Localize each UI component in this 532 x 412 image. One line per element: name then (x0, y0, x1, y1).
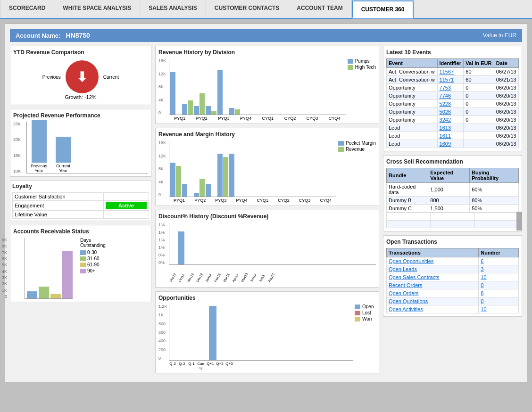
nav-customer-360[interactable]: CUSTOMER 360 (352, 0, 414, 18)
events-cell-date: 06/20/13 (494, 108, 518, 116)
events-cell-date: 06/21/13 (494, 76, 518, 84)
down-arrow-icon: ⬇ (76, 69, 87, 85)
cross-cell-prob: 50% (470, 205, 519, 213)
discount-section: Discount% History (Discount %Revenue) 1%… (155, 210, 379, 288)
events-cell-val: 60 (464, 68, 494, 76)
events-cell-val: 0 (464, 84, 494, 92)
ytd-container: Previous ⬇ Current Growth: -12% (13, 58, 148, 102)
ytd-title: YTD Revenue Comparison (13, 49, 148, 56)
events-title: Latest 10 Events (386, 49, 519, 56)
cross-sell-table: Bundle Expected Value Buying Probability… (386, 168, 519, 213)
content-grid: YTD Revenue Comparison Previous ⬇ Curren… (10, 46, 522, 377)
loyalty-label-engagement: Engagement (13, 201, 104, 211)
cross-cell-expected: 1,000 (428, 183, 470, 197)
events-section: Latest 10 Events Event Identifier Val in… (383, 46, 522, 151)
nav-scorecard[interactable]: SCORECARD (0, 0, 54, 18)
cross-cell-bundle: Dummy B (387, 197, 428, 205)
events-cell-id: 1611 (437, 132, 464, 140)
nav-customer-contacts[interactable]: CUSTOMER CONTACTS (206, 0, 289, 18)
events-cell-date: 06/20/13 (494, 132, 518, 140)
trans-cell-number: 3 (479, 265, 519, 273)
account-label: Account Name: (16, 32, 60, 39)
cross-cell-bundle: Dummy C (387, 205, 428, 213)
projected-section: Projected Revenue Performance 25K 20K 15… (10, 109, 151, 177)
events-cell-val: 0 (464, 108, 494, 116)
ar-bar-0-30 (27, 291, 37, 298)
events-cell-val: 0 (464, 116, 494, 124)
trans-row-1: Open Leads 3 (387, 265, 519, 273)
trans-col-label: Transactions (387, 248, 479, 257)
loyalty-title: Loyalty (12, 183, 149, 190)
events-row-4: Opportunity 5228 0 06/20/13 (387, 100, 519, 108)
loyalty-value-engagement: Active (103, 201, 149, 211)
nav-sales-analysis[interactable]: SALES ANALYSIS (140, 0, 206, 18)
trans-cell-label: Open Opportunities (387, 257, 479, 265)
cross-col-prob: Buying Probability (470, 168, 519, 183)
trans-cell-label: Open Quotations (387, 297, 479, 305)
proj-bar-curr: CurrentYear (56, 137, 71, 173)
ar-section: Accounts Receivable Status 9K8K7K6K5K4K3… (10, 225, 151, 302)
projected-title: Projected Revenue Performance (13, 112, 148, 119)
main-container: Account Name: HN8750 Value in EUR YTD Re… (5, 24, 527, 382)
scrollbar[interactable] (516, 212, 522, 231)
ar-bar-90plus (62, 251, 73, 298)
events-cell-date: 06/27/13 (494, 68, 518, 76)
events-cell-event: Lead (387, 140, 438, 148)
transactions-table: Transactions Number Open Opportunities 6… (386, 248, 519, 313)
ar-bar-61-90 (50, 294, 61, 298)
cross-row-2: Dummy C 1,500 50% (387, 205, 519, 213)
events-row-2: Opportunity 7753 0 06/20/13 (387, 84, 519, 92)
events-cell-val (464, 140, 494, 148)
cross-cell-prob: 80% (470, 197, 519, 205)
ytd-growth: Growth: -12% (65, 94, 96, 100)
right-column: Latest 10 Events Event Identifier Val in… (383, 46, 522, 377)
cross-sell-empty (386, 213, 519, 228)
account-header: Account Name: HN8750 Value in EUR (10, 29, 522, 42)
events-cell-id: 11567 (437, 68, 464, 76)
trans-cell-label: Open Leads (387, 265, 479, 273)
active-badge: Active (106, 202, 147, 209)
trans-cell-number: 0 (479, 281, 519, 289)
events-cell-id: 11571 (437, 76, 464, 84)
events-cell-date: 06/20/13 (494, 124, 518, 132)
cross-cell-bundle: Hard-coded data (387, 183, 428, 197)
left-column: YTD Revenue Comparison Previous ⬇ Curren… (10, 46, 151, 377)
events-row-0: Act: Conversation w 11567 60 06/27/13 (387, 68, 519, 76)
loyalty-label-lifetime: Lifetime Value (13, 211, 104, 219)
trans-cell-number: 0 (479, 297, 519, 305)
ar-chart: 9K8K7K6K5K4K3K2K1K0 DaysOutstanding 0-30 (13, 238, 148, 299)
events-cell-val: 0 (464, 92, 494, 100)
events-row-1: Act: Conversation w 11571 60 06/21/13 (387, 76, 519, 84)
events-cell-event: Opportunity (387, 116, 438, 124)
account-name: HN8750 (66, 32, 90, 39)
cross-row-1: Dummy B 800 80% (387, 197, 519, 205)
events-cell-id: 1609 (437, 140, 464, 148)
cross-col-expected: Expected Value (428, 168, 470, 183)
events-row-6: Opportunity 3242 0 06/20/13 (387, 116, 519, 124)
cross-cell-expected: 800 (428, 197, 470, 205)
trans-cell-label: Open Orders (387, 289, 479, 297)
discount-title: Discount% History (Discount %Revenue) (158, 213, 376, 220)
loyalty-row-engagement: Engagement Active (13, 201, 149, 211)
trans-cell-label: Open Activities (387, 305, 479, 313)
trans-row-5: Open Quotations 0 (387, 297, 519, 305)
cross-row-0: Hard-coded data 1,000 60% (387, 183, 519, 197)
events-cell-event: Lead (387, 124, 438, 132)
trans-row-4: Open Orders 8 (387, 289, 519, 297)
events-cell-event: Opportunity (387, 100, 438, 108)
nav-account-team[interactable]: ACCOUNT TEAM (288, 0, 351, 18)
events-cell-id: 5026 (437, 108, 464, 116)
ytd-current-label: Current (103, 74, 119, 80)
events-cell-event: Opportunity (387, 84, 438, 92)
events-cell-event: Lead (387, 132, 438, 140)
trans-row-3: Recent Orders 0 (387, 281, 519, 289)
transactions-title: Open Transactions (386, 239, 519, 245)
loyalty-table: Customer Satisfaction Engagement Active … (12, 192, 149, 219)
loyalty-section: Loyalty Customer Satisfaction Engagement… (10, 181, 151, 221)
value-label: Value in EUR (483, 32, 516, 39)
cross-cell-prob: 60% (470, 183, 519, 197)
trans-cell-number: 6 (479, 257, 519, 265)
events-cell-date: 06/20/13 (494, 92, 518, 100)
nav-white-space[interactable]: WHITE SPACE ANALYSIS (54, 0, 140, 18)
rev-history-legend: Pumps High Tech (348, 58, 376, 121)
